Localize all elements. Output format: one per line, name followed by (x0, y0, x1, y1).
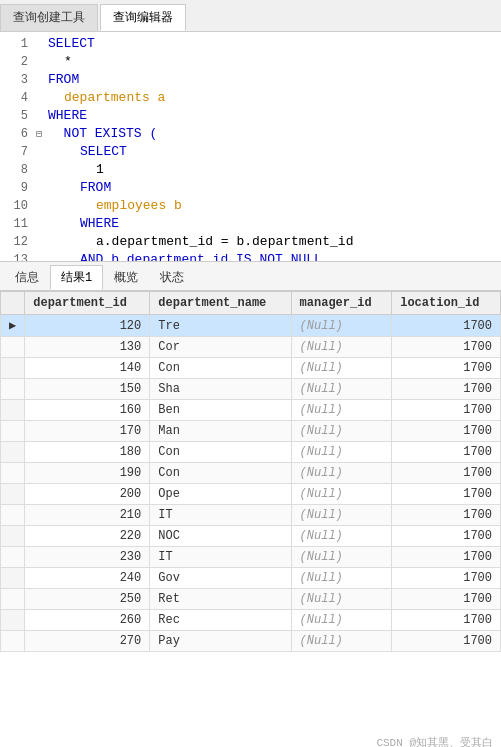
table-body: ▶120Tre(Null)1700130Cor(Null)1700140Con(… (1, 315, 501, 652)
table-row[interactable]: 270Pay(Null)1700 (1, 631, 501, 652)
table-row[interactable]: 150Sha(Null)1700 (1, 379, 501, 400)
sql-code: * (48, 54, 497, 69)
token-kw: SELECT (80, 144, 127, 159)
results-container[interactable]: department_iddepartment_namemanager_idlo… (0, 291, 501, 731)
line-number: 7 (4, 145, 28, 159)
line-number: 4 (4, 91, 28, 105)
sql-line-3: 3FROM (0, 72, 501, 90)
cell-dept-name: Gov (150, 568, 291, 589)
bottom-tab-概览[interactable]: 概览 (103, 265, 149, 290)
cell-mgr-id: (Null) (291, 484, 392, 505)
row-indicator (1, 631, 25, 652)
cell-loc-id: 1700 (392, 505, 501, 526)
row-indicator (1, 379, 25, 400)
row-indicator (1, 463, 25, 484)
table-row[interactable]: 190Con(Null)1700 (1, 463, 501, 484)
sql-line-5: 5WHERE (0, 108, 501, 126)
cell-mgr-id: (Null) (291, 421, 392, 442)
token-kw: FROM (48, 72, 79, 87)
row-indicator (1, 358, 25, 379)
cell-loc-id: 1700 (392, 463, 501, 484)
table-row[interactable]: ▶120Tre(Null)1700 (1, 315, 501, 337)
cell-mgr-id: (Null) (291, 526, 392, 547)
cell-mgr-id: (Null) (291, 568, 392, 589)
watermark: CSDN @知其黑、受其白 (0, 731, 501, 747)
cell-dept-name: Cor (150, 337, 291, 358)
cell-mgr-id: (Null) (291, 505, 392, 526)
col-header-3: manager_id (291, 292, 392, 315)
token-kw: FROM (80, 180, 111, 195)
fold-icon[interactable]: ⊟ (36, 128, 48, 140)
bottom-tab-信息[interactable]: 信息 (4, 265, 50, 290)
cell-dept-name: Sha (150, 379, 291, 400)
table-row[interactable]: 130Cor(Null)1700 (1, 337, 501, 358)
cell-loc-id: 1700 (392, 315, 501, 337)
sql-code: departments a (48, 90, 497, 105)
row-indicator (1, 526, 25, 547)
line-number: 13 (4, 253, 28, 262)
table-row[interactable]: 210IT(Null)1700 (1, 505, 501, 526)
table-row[interactable]: 250Ret(Null)1700 (1, 589, 501, 610)
table-row[interactable]: 200Ope(Null)1700 (1, 484, 501, 505)
results-table: department_iddepartment_namemanager_idlo… (0, 291, 501, 652)
sql-line-13: 13AND b.department_id IS NOT NULL (0, 252, 501, 262)
sql-code: WHERE (48, 108, 497, 123)
sql-editor: 1SELECT2*3FROM4departments a5WHERE6⊟ NOT… (0, 32, 501, 262)
cell-loc-id: 1700 (392, 358, 501, 379)
cell-dept-name: Rec (150, 610, 291, 631)
sql-code: employees b (48, 198, 497, 213)
cell-mgr-id: (Null) (291, 463, 392, 484)
sql-line-6: 6⊟ NOT EXISTS ( (0, 126, 501, 144)
cell-dept-name: Con (150, 442, 291, 463)
sql-line-8: 81 (0, 162, 501, 180)
cell-loc-id: 1700 (392, 589, 501, 610)
tab-查询编辑器[interactable]: 查询编辑器 (100, 4, 186, 31)
sql-code: FROM (48, 72, 497, 87)
sql-code: SELECT (48, 144, 497, 159)
bottom-tab-结果1[interactable]: 结果1 (50, 265, 103, 290)
row-indicator (1, 547, 25, 568)
tab-查询创建工具[interactable]: 查询创建工具 (0, 4, 98, 31)
table-row[interactable]: 240Gov(Null)1700 (1, 568, 501, 589)
cell-mgr-id: (Null) (291, 337, 392, 358)
cell-dept-name: Tre (150, 315, 291, 337)
sql-line-4: 4departments a (0, 90, 501, 108)
table-row[interactable]: 140Con(Null)1700 (1, 358, 501, 379)
table-row[interactable]: 170Man(Null)1700 (1, 421, 501, 442)
row-indicator (1, 484, 25, 505)
cell-dept-id: 250 (25, 589, 150, 610)
token-kw: NOT EXISTS ( (48, 126, 157, 141)
cell-dept-id: 270 (25, 631, 150, 652)
cell-dept-id: 170 (25, 421, 150, 442)
sql-line-9: 9FROM (0, 180, 501, 198)
cell-dept-name: Man (150, 421, 291, 442)
sql-line-12: 12a.department_id = b.department_id (0, 234, 501, 252)
sql-code: 1 (48, 162, 497, 177)
cell-dept-id: 140 (25, 358, 150, 379)
cell-dept-id: 200 (25, 484, 150, 505)
table-row[interactable]: 220NOC(Null)1700 (1, 526, 501, 547)
sql-line-10: 10employees b (0, 198, 501, 216)
token-tbl: departments a (64, 90, 165, 105)
cell-dept-id: 150 (25, 379, 150, 400)
cell-dept-id: 160 (25, 400, 150, 421)
table-row[interactable]: 180Con(Null)1700 (1, 442, 501, 463)
cell-mgr-id: (Null) (291, 610, 392, 631)
line-number: 12 (4, 235, 28, 249)
bottom-tab-状态[interactable]: 状态 (149, 265, 195, 290)
line-number: 2 (4, 55, 28, 69)
cell-loc-id: 1700 (392, 379, 501, 400)
row-indicator (1, 505, 25, 526)
cell-dept-id: 260 (25, 610, 150, 631)
table-row[interactable]: 230IT(Null)1700 (1, 547, 501, 568)
table-row[interactable]: 160Ben(Null)1700 (1, 400, 501, 421)
row-indicator (1, 400, 25, 421)
row-indicator (1, 442, 25, 463)
cell-dept-name: Ope (150, 484, 291, 505)
sql-code: NOT EXISTS ( (48, 126, 497, 141)
table-row[interactable]: 260Rec(Null)1700 (1, 610, 501, 631)
cell-dept-id: 230 (25, 547, 150, 568)
table-header: department_iddepartment_namemanager_idlo… (1, 292, 501, 315)
line-number: 9 (4, 181, 28, 195)
cell-dept-name: Ben (150, 400, 291, 421)
